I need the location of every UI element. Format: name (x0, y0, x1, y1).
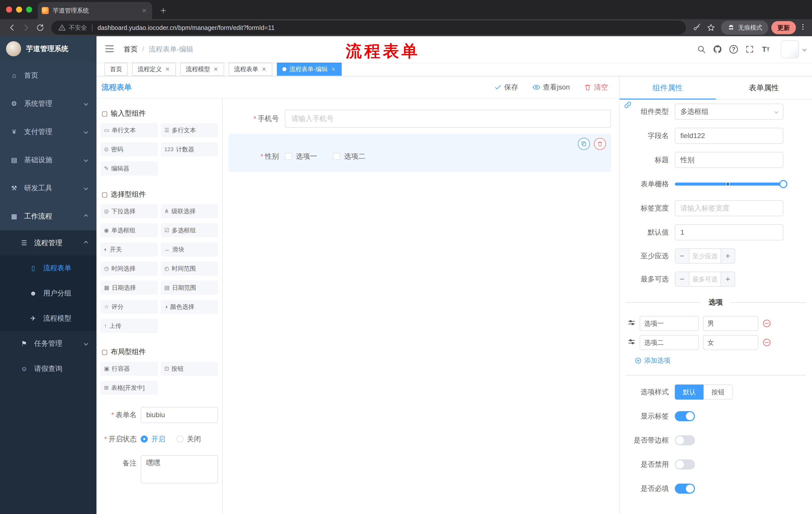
sidebar-item-process-form[interactable]: ▯ 流程表单 (0, 255, 96, 281)
palette-item-date-pic[interactable]: ▦日期选择 (100, 281, 158, 295)
delete-component-button[interactable] (594, 138, 606, 150)
palette-item-radio-group[interactable]: ◉单选框组 (100, 223, 158, 237)
address-bar[interactable]: 不安全 dashboard.yudao.iocoder.cn/bpm/manag… (51, 21, 686, 35)
palette-item-rate[interactable]: ☆评分 (100, 300, 158, 314)
gender-option1-checkbox[interactable]: 选项一 (285, 152, 317, 161)
sidebar-collapse-icon[interactable] (105, 44, 116, 55)
style-default-button[interactable]: 默认 (675, 384, 703, 400)
option-value-input[interactable] (703, 316, 758, 331)
tag-close-icon[interactable] (213, 66, 219, 72)
min-select-input[interactable] (689, 249, 721, 263)
reload-button[interactable] (33, 21, 47, 35)
window-minimize-button[interactable] (16, 6, 22, 12)
breadcrumb-home[interactable]: 首页 (124, 45, 138, 54)
help-icon[interactable]: ? (726, 41, 742, 57)
sidebar-item-payment[interactable]: ¥ 支付管理 (0, 118, 96, 146)
phone-input[interactable] (285, 110, 611, 128)
option-label-input[interactable] (640, 316, 699, 331)
palette-item-password[interactable]: ⊙密码 (100, 142, 158, 156)
save-button[interactable]: 保存 (494, 82, 518, 92)
sidebar-item-system[interactable]: ⚙ 系统管理 (0, 89, 96, 118)
window-zoom-button[interactable] (26, 6, 32, 12)
form-name-input[interactable] (141, 407, 218, 423)
sidebar-logo[interactable]: 芋道管理系统 (0, 36, 96, 61)
update-button[interactable]: 更新 (771, 21, 796, 34)
palette-item-cascader[interactable]: ⋔级联选择 (161, 204, 218, 218)
style-button-button[interactable]: 按钮 (703, 384, 733, 400)
browser-menu-icon[interactable] (799, 23, 807, 33)
add-option-button[interactable]: 添加选项 (635, 356, 812, 365)
view-json-button[interactable]: 查看json (532, 82, 570, 92)
required-switch[interactable] (675, 484, 695, 494)
sidebar-item-process-model[interactable]: ✈ 流程模型 (0, 306, 96, 331)
palette-item-editor[interactable]: ✎编辑器 (100, 161, 158, 175)
tab-form-props[interactable]: 表单属性 (716, 77, 812, 99)
sidebar-item-home[interactable]: ⌂ 首页 (0, 61, 96, 89)
palette-item-upload[interactable]: ↑上传 (100, 319, 158, 333)
sidebar-item-devtools[interactable]: ⚒ 研发工具 (0, 174, 96, 202)
sidebar-item-user-group[interactable]: ☻ 用户分组 (0, 281, 96, 306)
option-value-input[interactable] (703, 335, 758, 350)
palette-item-select[interactable]: ◎下拉选择 (100, 204, 158, 218)
increase-button[interactable] (721, 249, 735, 263)
canvas-field-phone[interactable]: 手机号 (229, 110, 611, 128)
border-switch[interactable] (675, 435, 695, 445)
back-button[interactable] (5, 21, 19, 35)
palette-item-time-pic[interactable]: ◷时间选择 (100, 262, 158, 276)
remove-option-button[interactable] (762, 319, 771, 328)
sidebar-item-task-management[interactable]: ⚑ 任务管理 (0, 331, 96, 356)
password-key-icon[interactable] (690, 21, 704, 35)
fullscreen-icon[interactable] (742, 41, 758, 57)
tag-process-definition[interactable]: 流程定义 (132, 63, 176, 76)
new-tab-button[interactable] (156, 3, 170, 18)
sidebar-item-workflow[interactable]: ▦ 工作流程 (0, 202, 96, 231)
tag-close-icon[interactable] (165, 66, 170, 72)
tag-close-icon[interactable] (330, 66, 336, 72)
decrease-button[interactable] (675, 272, 689, 286)
palette-item-slider[interactable]: ↔滑块 (161, 242, 218, 256)
remark-textarea[interactable]: 嘿嘿 (141, 455, 218, 483)
component-type-select[interactable]: 多选框组 (675, 104, 783, 120)
forward-button[interactable] (19, 21, 33, 35)
clear-button[interactable]: 清空 (584, 82, 608, 92)
option-label-input[interactable] (640, 335, 699, 350)
tag-close-icon[interactable] (261, 66, 267, 72)
sidebar-item-infrastructure[interactable]: ▤ 基础设施 (0, 146, 96, 174)
search-icon[interactable] (693, 41, 709, 57)
palette-item-table[interactable]: ⊞表格[开发中] (100, 381, 158, 395)
palette-item-row-container[interactable]: ▣行容器 (100, 361, 158, 376)
palette-item-button[interactable]: ⊡按钮 (161, 361, 218, 376)
palette-item-color-picker[interactable]: ◑颜色选择 (161, 300, 218, 314)
palette-item-counter[interactable]: 123计数器 (161, 142, 218, 156)
palette-item-multi-text[interactable]: ☰多行文本 (161, 123, 218, 137)
tab-close-icon[interactable] (140, 6, 148, 15)
default-value-input[interactable] (675, 224, 783, 240)
tab-component-props[interactable]: 组件属性 (619, 77, 716, 99)
window-close-button[interactable] (6, 6, 12, 12)
palette-item-time-range[interactable]: ◴时间范围 (161, 262, 218, 276)
canvas-field-gender-selected[interactable]: 性别 选项一 选项二 (229, 134, 611, 172)
drag-handle-icon[interactable] (628, 338, 636, 348)
user-menu[interactable] (781, 40, 806, 58)
copy-component-button[interactable] (578, 138, 590, 150)
disabled-switch[interactable] (675, 459, 695, 469)
slider-handle[interactable] (779, 180, 787, 188)
status-on-radio[interactable]: 开启 (141, 434, 165, 444)
increase-button[interactable] (721, 272, 735, 286)
status-off-radio[interactable]: 关闭 (176, 434, 201, 444)
show-label-switch[interactable] (675, 411, 695, 421)
palette-item-switch[interactable]: ◐开关 (100, 242, 158, 256)
tag-process-model[interactable]: 流程模型 (180, 63, 224, 76)
decrease-button[interactable] (675, 249, 689, 263)
bookmark-star-icon[interactable] (704, 21, 718, 35)
drag-handle-icon[interactable] (628, 319, 636, 328)
browser-tab[interactable]: 芋道管理系统 (38, 2, 152, 19)
doc-link-icon[interactable] (624, 101, 632, 111)
form-grid-slider[interactable] (675, 183, 783, 186)
palette-item-single-text[interactable]: ▭单行文本 (100, 123, 158, 137)
remove-option-button[interactable] (762, 338, 771, 347)
title-input[interactable] (675, 152, 783, 168)
sidebar-item-process-management[interactable]: ☰ 流程管理 (0, 231, 96, 255)
palette-item-date-range[interactable]: ▤日期范围 (161, 281, 218, 295)
palette-item-checkbox-group[interactable]: ☑多选框组 (161, 223, 218, 237)
